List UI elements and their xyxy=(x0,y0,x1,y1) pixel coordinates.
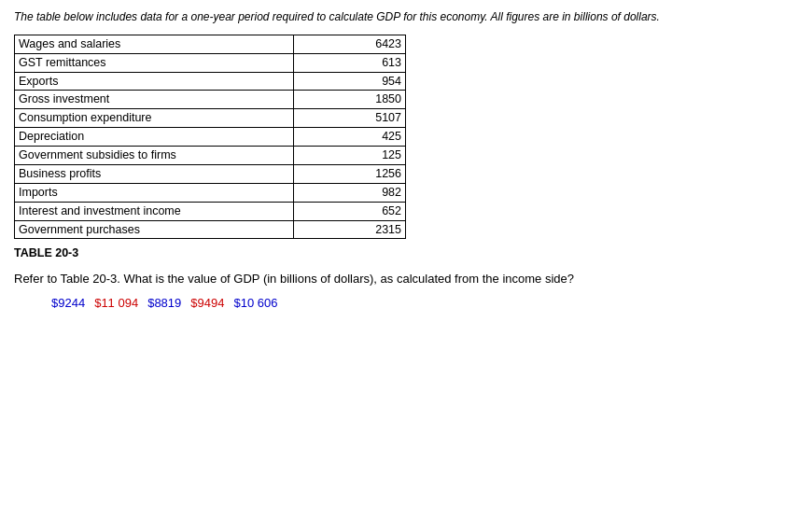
answer-option[interactable]: $11 094 xyxy=(94,296,138,310)
row-value: 6423 xyxy=(294,35,406,53)
row-value: 2315 xyxy=(294,220,406,239)
table-row: Interest and investment income652 xyxy=(15,202,406,220)
row-label: Gross investment xyxy=(15,91,294,109)
table-row: Business profits1256 xyxy=(15,164,406,183)
table-row: Government subsidies to firms125 xyxy=(15,147,406,165)
table-row: Wages and salaries6423 xyxy=(15,35,406,53)
table-row: Consumption expenditure5107 xyxy=(15,109,406,128)
row-label: Imports xyxy=(15,183,294,202)
table-row: Depreciation425 xyxy=(15,128,406,147)
row-label: Business profits xyxy=(15,164,294,183)
row-label: GST remittances xyxy=(15,53,294,72)
row-value: 1850 xyxy=(294,91,406,109)
row-label: Depreciation xyxy=(15,128,294,147)
row-label: Government purchases xyxy=(15,220,294,239)
row-value: 982 xyxy=(294,183,406,202)
table-row: Government purchases2315 xyxy=(15,220,406,239)
row-value: 125 xyxy=(294,147,406,165)
row-label: Interest and investment income xyxy=(15,202,294,220)
row-value: 5107 xyxy=(294,109,406,128)
answer-option[interactable]: $9494 xyxy=(190,296,224,310)
answer-option[interactable]: $9244 xyxy=(51,296,85,310)
data-table: Wages and salaries6423GST remittances613… xyxy=(14,35,406,240)
row-label: Wages and salaries xyxy=(15,35,294,53)
answer-option[interactable]: $8819 xyxy=(147,296,181,310)
table-row: Exports954 xyxy=(15,72,406,91)
intro-text: The table below includes data for a one-… xyxy=(14,9,784,25)
table-caption: TABLE 20-3 xyxy=(14,246,784,259)
table-row: Gross investment1850 xyxy=(15,91,406,109)
answer-option[interactable]: $10 606 xyxy=(233,296,277,310)
row-value: 954 xyxy=(294,72,406,91)
row-value: 613 xyxy=(294,53,406,72)
row-value: 1256 xyxy=(294,164,406,183)
table-row: Imports982 xyxy=(15,183,406,202)
row-value: 425 xyxy=(294,128,406,147)
row-label: Exports xyxy=(15,72,294,91)
row-value: 652 xyxy=(294,202,406,220)
row-label: Consumption expenditure xyxy=(15,109,294,128)
table-row: GST remittances613 xyxy=(15,53,406,72)
answer-options: $9244$11 094$8819$9494$10 606 xyxy=(14,296,784,310)
question-text: Refer to Table 20-3. What is the value o… xyxy=(14,271,784,287)
row-label: Government subsidies to firms xyxy=(15,147,294,165)
